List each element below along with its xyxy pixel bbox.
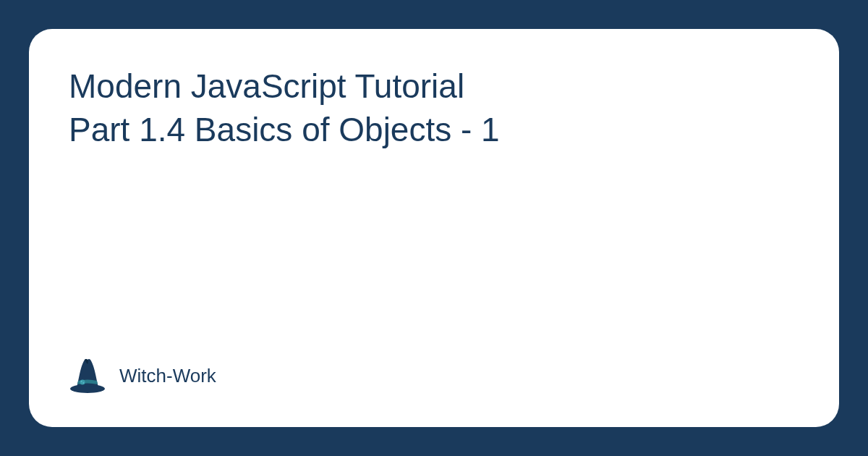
svg-point-2: [81, 381, 82, 382]
page-title: Modern JavaScript Tutorial Part 1.4 Basi…: [69, 65, 799, 152]
witch-hat-icon: [69, 357, 106, 394]
footer: Witch-Work: [69, 357, 799, 394]
brand-label: Witch-Work: [119, 365, 216, 387]
content-card: Modern JavaScript Tutorial Part 1.4 Basi…: [29, 29, 839, 427]
svg-point-3: [83, 382, 85, 384]
svg-point-1: [80, 380, 85, 385]
